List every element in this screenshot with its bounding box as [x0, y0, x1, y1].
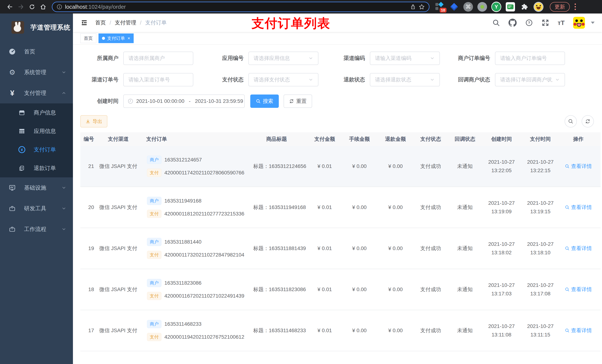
font-size-icon[interactable]: тT — [558, 19, 565, 26]
merchant-order-no-input[interactable]: 请输入商户订单编号 — [495, 52, 565, 65]
table-row[interactable]: 18 微信 JSAPI 支付 商户 1635311823086 支付 42000… — [80, 269, 601, 310]
sidebar-item-system[interactable]: ⚙ 系统管理 — [0, 62, 73, 83]
site-info-icon[interactable] — [56, 4, 62, 10]
extension-emoji-icon[interactable] — [534, 2, 544, 12]
tag-label: 首页 — [84, 35, 93, 41]
refresh-button[interactable] — [582, 115, 594, 127]
view-detail-link[interactable]: 查看详情 — [565, 245, 592, 252]
placeholder-text: 请输入商户订单编号 — [500, 55, 547, 62]
extension-command-icon[interactable]: ⌘ — [463, 2, 473, 12]
filter-label: 退款状态 — [327, 76, 370, 83]
pay-status-cell: 支付成功 — [414, 245, 448, 252]
placeholder-text: 请输入渠道订单号 — [129, 76, 170, 83]
sidebar-item-infra[interactable]: 基础设施 — [0, 177, 73, 198]
sidebar-item-payment[interactable]: ¥ 支付管理 — [0, 83, 73, 104]
pay-order-cell: 商户 1635311881440 支付 42000011732021102728… — [141, 238, 245, 259]
view-detail-link[interactable]: 查看详情 — [565, 204, 592, 211]
create-time-cell: 2021-10-27 13:18:02 — [482, 240, 521, 257]
gear-icon: ⚙ — [8, 68, 16, 76]
browser-back-button[interactable] — [5, 2, 15, 12]
create-time-range-picker[interactable]: 2021-10-01 00:00:00 - 2021-10-31 23:59:5… — [123, 94, 245, 108]
table-row[interactable]: 20 微信 JSAPI 支付 商户 1635311949168 支付 42000… — [80, 187, 601, 228]
pay-status-select[interactable]: 请选择支付状态 — [248, 73, 318, 86]
notify-status-select[interactable]: 请选择订单回调商户状态 — [495, 73, 565, 86]
merchant-select[interactable]: 请选择所属商户 — [123, 52, 193, 65]
product-title-cell: 标题：1635311881439 — [245, 245, 308, 252]
sidebar-logo[interactable]: 芋道管理系统 — [0, 13, 73, 41]
date-range-end: 2021-10-31 23:59:59 — [195, 98, 243, 104]
extension-puzzle-icon[interactable] — [519, 2, 529, 12]
breadcrumb-home[interactable]: 首页 — [95, 19, 106, 26]
view-detail-label: 查看详情 — [571, 163, 592, 170]
notify-status-cell: 未通知 — [448, 245, 482, 252]
pay-amount-cell: ¥ 0.01 — [308, 163, 341, 169]
table-row[interactable]: 21 微信 JSAPI 支付 商户 1635312124657 支付 42000… — [80, 146, 601, 187]
view-detail-link[interactable]: 查看详情 — [565, 163, 592, 170]
pay-amount-cell: ¥ 0.01 — [308, 328, 341, 333]
product-title-cell: 标题：1635312124656 — [245, 163, 308, 170]
table-row[interactable]: 17 微信 JSAPI 支付 商户 1635311468233 支付 42000… — [80, 310, 601, 351]
browser-update-button[interactable]: 更新 — [550, 2, 570, 12]
breadcrumb-payment[interactable]: 支付管理 — [115, 19, 136, 26]
sidebar-item-home[interactable]: 首页 — [0, 41, 73, 62]
sidebar-item-workflow[interactable]: 工作流程 — [0, 219, 73, 239]
app-id-select[interactable]: 请选择应用信息 — [248, 52, 318, 65]
fullscreen-icon[interactable] — [541, 19, 549, 27]
bookmark-star-icon[interactable] — [419, 4, 425, 10]
pay-status-cell: 支付成功 — [414, 286, 448, 293]
placeholder-text: 请选择退款状态 — [375, 76, 411, 83]
browser-forward-button[interactable] — [16, 2, 26, 12]
tag-pay-order[interactable]: 支付订单 × — [98, 33, 134, 43]
browser-menu-icon[interactable] — [575, 3, 576, 10]
tag-home[interactable]: 首页 — [80, 33, 96, 43]
refund-amount-cell: ¥ 0.00 — [377, 328, 414, 333]
github-icon[interactable] — [508, 19, 517, 27]
channel-code-select[interactable]: 请输入渠道编码 — [370, 52, 440, 65]
url-host: localhost — [65, 4, 87, 10]
svg-text:¥: ¥ — [21, 148, 23, 152]
extension-dot-icon[interactable] — [477, 2, 487, 12]
help-icon[interactable]: ? — [525, 19, 533, 27]
sidebar-item-app-info[interactable]: 应用信息 — [0, 122, 73, 140]
close-icon[interactable]: × — [128, 36, 130, 41]
sidebar-collapse-icon[interactable] — [80, 19, 88, 27]
date-range-separator: - — [189, 98, 191, 104]
merchant-tag: 商户 — [147, 238, 161, 246]
create-time-cell: 2021-10-27 13:17:03 — [482, 281, 521, 298]
extension-devtools-icon[interactable]: 10 — [435, 2, 445, 12]
export-button[interactable]: 导出 — [80, 115, 107, 127]
browser-reload-button[interactable] — [27, 2, 37, 12]
sidebar-item-pay-order[interactable]: ¥ 支付订单 — [0, 140, 73, 159]
share-icon[interactable] — [410, 4, 416, 10]
sidebar-item-merchant-info[interactable]: 商户信息 — [0, 104, 73, 122]
pay-channel-cell: 微信 JSAPI 支付 — [95, 286, 141, 293]
table-row[interactable]: 19 微信 JSAPI 支付 商户 1635311881440 支付 42000… — [80, 228, 601, 269]
search-icon[interactable] — [492, 19, 500, 27]
extension-kite-icon[interactable] — [449, 2, 459, 12]
filter-row-3: 创建时间 2021-10-01 00:00:00 - 2021-10-31 23… — [80, 94, 601, 108]
user-avatar[interactable] — [573, 17, 585, 29]
refund-status-select[interactable]: 请选择退款状态 — [370, 73, 440, 86]
reset-button[interactable]: 重置 — [284, 94, 312, 108]
channel-order-no-input[interactable]: 请输入渠道订单号 — [123, 73, 193, 86]
url-text[interactable]: localhost:1024/pay/order — [65, 4, 408, 10]
product-title-cell: 标题：1635311468233 — [245, 327, 308, 334]
payment-submenu: 商户信息 应用信息 ¥ 支付订单 退款订单 — [0, 104, 73, 177]
pay-amount-cell: ¥ 0.01 — [308, 204, 341, 210]
user-menu-caret-icon[interactable] — [591, 22, 595, 24]
address-bar[interactable]: localhost:1024/pay/order — [52, 2, 430, 12]
grid-icon — [18, 128, 26, 135]
extension-chat-icon[interactable] — [505, 2, 515, 12]
pay-tag: 支付 — [147, 210, 161, 218]
table-row[interactable]: 商户 1635311157126 — [80, 351, 601, 364]
view-detail-link[interactable]: 查看详情 — [565, 327, 592, 334]
browser-home-button[interactable] — [38, 2, 48, 12]
pay-time-cell: 2021-10-27 13:18:10 — [521, 240, 560, 257]
extension-y-icon[interactable]: Y — [491, 2, 501, 12]
search-button[interactable]: 搜索 — [250, 94, 279, 108]
sidebar-item-refund-order[interactable]: 退款订单 — [0, 159, 73, 177]
extension-badge: 10 — [440, 8, 447, 13]
sidebar-item-devtools[interactable]: 研发工具 — [0, 198, 73, 219]
view-detail-link[interactable]: 查看详情 — [565, 286, 592, 293]
toggle-search-button[interactable] — [565, 115, 577, 127]
